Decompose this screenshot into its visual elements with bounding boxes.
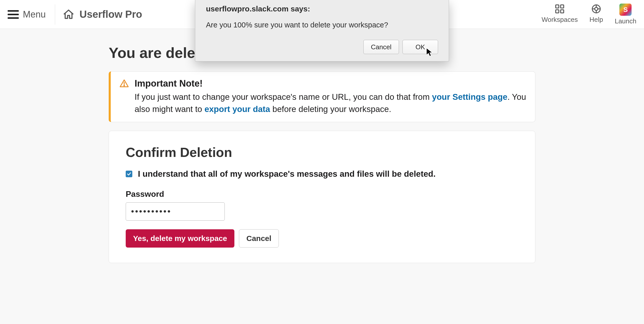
- confirm-deletion-card: Confirm Deletion I understand that all o…: [109, 131, 535, 263]
- hamburger-icon: [8, 10, 19, 19]
- grid-icon: [554, 4, 565, 14]
- dialog-origin: userflowpro.slack.com says:: [206, 5, 438, 13]
- menu-button[interactable]: Menu: [8, 9, 55, 20]
- warning-icon: [119, 79, 129, 115]
- nav-launch[interactable]: S Launch: [615, 4, 636, 25]
- export-data-link[interactable]: export your data: [204, 104, 270, 114]
- help-icon: [591, 4, 602, 14]
- svg-rect-0: [556, 5, 559, 8]
- password-input[interactable]: ••••••••••: [126, 202, 225, 221]
- brand[interactable]: Userflow Pro: [63, 9, 142, 20]
- svg-rect-1: [560, 5, 564, 8]
- browser-confirm-dialog: userflowpro.slack.com says: Are you 100%…: [195, 0, 449, 61]
- dialog-cancel-button[interactable]: Cancel: [363, 40, 399, 54]
- slack-logo-icon: S: [619, 4, 632, 16]
- dialog-buttons: Cancel OK: [206, 40, 438, 54]
- nav-help-label: Help: [589, 16, 603, 24]
- svg-point-11: [124, 85, 125, 86]
- svg-point-5: [595, 7, 598, 10]
- nav-launch-label: Launch: [615, 17, 636, 25]
- acknowledge-row: I understand that all of my workspace's …: [126, 169, 518, 179]
- dialog-message: Are you 100% sure you want to delete you…: [206, 21, 438, 29]
- acknowledge-checkbox[interactable]: [126, 171, 132, 177]
- main-content: You are deleting U Important Note! If yo…: [78, 29, 566, 263]
- cancel-button[interactable]: Cancel: [239, 229, 279, 248]
- delete-workspace-button[interactable]: Yes, delete my workspace: [126, 229, 234, 248]
- home-icon: [63, 9, 74, 20]
- nav-workspaces[interactable]: Workspaces: [542, 4, 578, 24]
- launch-initial: S: [623, 6, 628, 14]
- menu-label: Menu: [23, 9, 46, 20]
- svg-rect-3: [560, 10, 564, 13]
- nav-help[interactable]: Help: [589, 4, 603, 24]
- svg-rect-2: [556, 10, 559, 13]
- dialog-ok-button[interactable]: OK: [402, 40, 438, 54]
- alert-text-3: before deleting your workspace.: [270, 104, 391, 114]
- settings-page-link[interactable]: your Settings page: [432, 92, 507, 102]
- alert-text-1: If you just want to change your workspac…: [135, 92, 432, 102]
- important-note-alert: Important Note! If you just want to chan…: [109, 71, 535, 122]
- header-divider: [55, 4, 55, 25]
- button-row: Yes, delete my workspace Cancel: [126, 229, 518, 248]
- header-right: Workspaces Help S Launch: [542, 4, 636, 25]
- brand-name: Userflow Pro: [79, 9, 142, 20]
- alert-title: Important Note!: [135, 78, 526, 89]
- nav-workspaces-label: Workspaces: [542, 16, 578, 24]
- confirm-heading: Confirm Deletion: [126, 145, 518, 160]
- acknowledge-label: I understand that all of my workspace's …: [138, 169, 436, 179]
- password-label: Password: [126, 189, 518, 199]
- password-value: ••••••••••: [131, 206, 171, 216]
- alert-text: If you just want to change your workspac…: [135, 91, 526, 115]
